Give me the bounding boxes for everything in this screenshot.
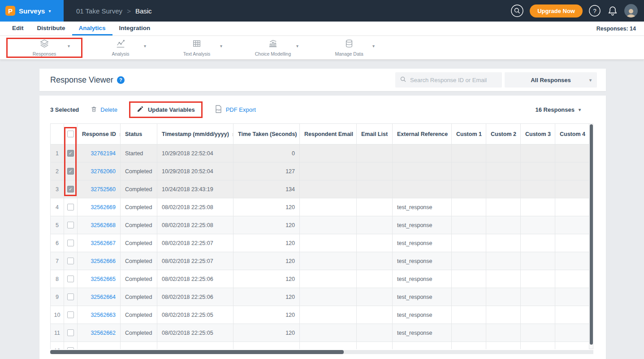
response-id-cell: 32562666 (78, 252, 121, 270)
column-header-custom-2[interactable]: Custom 2 (486, 124, 521, 144)
horizontal-scrollbar-thumb[interactable] (50, 350, 344, 354)
column-header-email-list[interactable]: Email List (357, 124, 393, 144)
row-checkbox[interactable] (67, 347, 74, 349)
row-checkbox[interactable] (67, 311, 74, 318)
tab-distribute[interactable]: Distribute (30, 22, 72, 35)
time-taken-cell: 127 (233, 162, 300, 180)
response-id-cell (78, 342, 121, 350)
response-id-link[interactable]: 32562665 (91, 276, 116, 282)
sort-icon[interactable]: ↕ (119, 131, 121, 137)
column-header-response-id[interactable]: Response ID↕ (78, 124, 121, 144)
custom-2-cell (486, 252, 521, 270)
tab-integration[interactable]: Integration (112, 22, 157, 35)
row-checkbox[interactable]: ✓ (67, 186, 74, 193)
sort-icon[interactable]: ↕ (232, 131, 233, 137)
column-header-custom-4[interactable]: Custom 4 (555, 124, 589, 144)
update-variables-button[interactable]: Update Variables (129, 101, 203, 118)
custom-3-cell (521, 180, 555, 198)
tab-analytics[interactable]: Analytics (72, 22, 112, 35)
toolbar-item-responses[interactable]: Responses ▾ (6, 36, 82, 59)
analytics-toolbar: Responses ▾ Analysis ▾ Text Analysis ▾ C… (0, 36, 644, 60)
row-select-cell (64, 234, 78, 252)
tab-edit[interactable]: Edit (5, 22, 30, 35)
chevron-down-icon[interactable]: ▾ (144, 44, 146, 48)
search-input[interactable] (410, 77, 497, 83)
response-id-link[interactable]: 32562663 (91, 312, 116, 318)
vertical-scrollbar-thumb[interactable] (590, 124, 593, 345)
chevron-down-icon[interactable]: ▾ (68, 44, 70, 48)
row-index: 6 (51, 234, 64, 252)
row-checkbox[interactable] (67, 293, 74, 300)
custom-4-cell (555, 252, 589, 270)
breadcrumb: 01 Take Survey > Basic (76, 7, 152, 15)
row-select-cell (64, 324, 78, 342)
row-select-cell (64, 252, 78, 270)
custom-1-cell (452, 180, 486, 198)
email-list-cell (357, 180, 393, 198)
column-header-label: Custom 3 (525, 131, 551, 137)
email-list-cell (357, 270, 393, 288)
row-checkbox[interactable] (67, 240, 74, 246)
column-header-custom-3[interactable]: Custom 3 (521, 124, 555, 144)
notifications-bell-icon[interactable] (607, 5, 618, 17)
vertical-scrollbar[interactable] (589, 123, 593, 349)
response-id-link[interactable]: 32762194 (91, 150, 116, 157)
chevron-down-icon: ▾ (579, 107, 581, 112)
pdf-file-icon: PDF (214, 105, 223, 115)
response-id-link[interactable]: 32562666 (91, 258, 116, 264)
help-icon[interactable]: ? (588, 4, 601, 17)
custom-2-cell (486, 270, 521, 288)
timestamp-cell: 08/02/2018 22:25:08 (157, 216, 233, 234)
row-index: 3 (51, 180, 64, 198)
custom-2-cell (486, 216, 521, 234)
response-id-link[interactable]: 32562662 (91, 330, 116, 336)
pdf-export-button[interactable]: PDF PDF Export (214, 105, 256, 115)
user-avatar[interactable] (624, 4, 638, 18)
response-id-link[interactable]: 32562664 (91, 294, 116, 300)
response-id-link[interactable]: 32752560 (91, 186, 116, 193)
horizontal-scrollbar[interactable] (50, 350, 593, 354)
column-header-external-reference[interactable]: External Reference (393, 124, 452, 144)
product-menu[interactable]: P Surveys ▾ (0, 0, 64, 22)
response-id-link[interactable]: 32562668 (91, 222, 116, 228)
row-checkbox[interactable] (67, 276, 74, 282)
custom-1-cell (452, 288, 486, 306)
response-filter-dropdown[interactable]: All Responses ▾ (505, 72, 597, 88)
custom-2-cell (486, 288, 521, 306)
toolbar-item-analysis[interactable]: Analysis ▾ (82, 36, 159, 59)
column-header-timestamp-mm-dd-yyyy[interactable]: Timestamp (mm/dd/yyyy)↕ (157, 124, 233, 144)
column-header-label: Custom 1 (456, 131, 482, 137)
row-checkbox[interactable]: ✓ (67, 150, 74, 157)
select-all-checkbox[interactable] (67, 131, 74, 137)
help-badge-icon[interactable]: ? (117, 76, 125, 84)
respondent-email-cell (300, 270, 357, 288)
column-header-time-taken-seconds[interactable]: Time Taken (Seconds)↕ (233, 124, 300, 144)
chevron-down-icon[interactable]: ▾ (296, 44, 298, 48)
toolbar-item-manage-data[interactable]: Manage Data ▾ (311, 36, 387, 59)
row-checkbox[interactable]: ✓ (67, 168, 74, 175)
row-checkbox[interactable] (67, 258, 74, 264)
response-id-link[interactable]: 32562667 (91, 240, 116, 246)
chevron-down-icon[interactable]: ▾ (220, 44, 222, 48)
response-id-link[interactable]: 32562669 (91, 204, 116, 210)
custom-2-cell (486, 234, 521, 252)
response-id-cell: 32762060 (78, 162, 121, 180)
respondent-email-cell (300, 342, 357, 350)
response-id-link[interactable]: 32762060 (91, 168, 116, 175)
row-checkbox[interactable] (67, 329, 74, 336)
column-header-respondent-email[interactable]: Respondent Email (300, 124, 357, 144)
upgrade-now-button[interactable]: Upgrade Now (530, 4, 583, 18)
search-icon[interactable] (510, 4, 524, 18)
row-checkbox[interactable] (67, 204, 74, 210)
delete-button[interactable]: Delete (91, 105, 117, 114)
external-reference-cell: test_response (393, 306, 452, 324)
breadcrumb-survey-name[interactable]: 01 Take Survey (76, 7, 122, 15)
column-header-status[interactable]: Status (121, 124, 157, 144)
respondent-email-cell (300, 324, 357, 342)
row-checkbox[interactable] (67, 222, 74, 228)
responses-count-dropdown[interactable]: 16 Responses ▾ (536, 106, 595, 113)
toolbar-item-text-analysis[interactable]: Text Analysis ▾ (159, 36, 235, 59)
column-header-custom-1[interactable]: Custom 1 (452, 124, 486, 144)
chevron-down-icon[interactable]: ▾ (372, 44, 375, 48)
toolbar-item-choice-modelling[interactable]: Choice Modelling ▾ (235, 36, 311, 59)
